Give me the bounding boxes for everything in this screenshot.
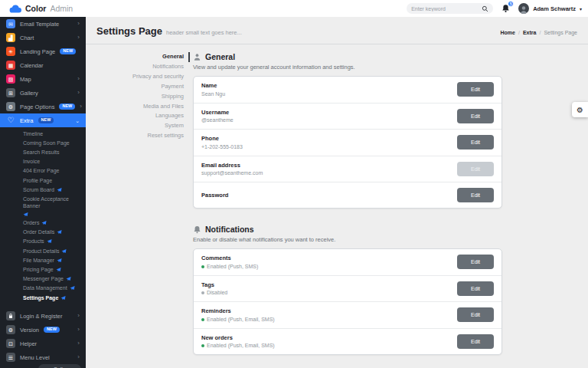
- row-label: Username: [201, 109, 234, 116]
- settings-nav-item[interactable]: General: [162, 52, 190, 62]
- sidebar-item-email-template[interactable]: ✉Email Template›: [0, 17, 86, 31]
- sidebar-subitem[interactable]: Profile Page: [0, 176, 86, 185]
- sidebar-subitem-label: Invoice: [23, 158, 40, 165]
- breadcrumb-item[interactable]: Home: [501, 30, 515, 35]
- settings-nav-item[interactable]: Languages: [155, 111, 190, 121]
- section-header: General: [193, 52, 502, 61]
- paper-plane-icon: [57, 229, 62, 235]
- row-value: Disabled: [201, 290, 227, 296]
- sidebar-item-gallery[interactable]: ⊞Gallery›: [0, 86, 86, 100]
- page-body: GeneralNotificationsPrivacy and security…: [86, 44, 588, 368]
- section-notifications: NotificationsEnable or disable what noti…: [193, 225, 502, 355]
- row-label: Tags: [201, 281, 227, 288]
- theme-settings-button[interactable]: ⚙: [572, 102, 588, 117]
- sidebar-subitem[interactable]: Data Management: [0, 284, 86, 293]
- row-value-text: support@seantheme.com: [201, 170, 263, 176]
- sidebar-subitem[interactable]: Pricing Page: [0, 264, 86, 274]
- settings-row: Phone+1-202-555-0183Edit: [194, 129, 501, 156]
- gear-icon: ⚙: [6, 325, 15, 334]
- settings-nav-item[interactable]: Notifications: [152, 62, 190, 72]
- sidebar-subitem[interactable]: Cookie Acceptance Banner: [0, 194, 86, 218]
- sidebar-item-version[interactable]: ⚙VersionNEW›: [0, 323, 86, 337]
- row-text: Username@seantheme: [201, 109, 234, 124]
- sidebar-subitem-label: Coming Soon Page: [23, 140, 70, 146]
- row-value: +1-202-555-0183: [201, 144, 243, 150]
- sidebar-item-label: Gallery: [20, 90, 38, 97]
- sidebar-item-page-options[interactable]: ⚙Page OptionsNEW›: [0, 100, 86, 113]
- sidebar-subitem[interactable]: Orders: [0, 219, 86, 228]
- edit-button[interactable]: Edit: [457, 334, 494, 349]
- sidebar-item-extra[interactable]: ♡ExtraNEW⌄: [0, 113, 86, 127]
- sidebar-item-login-register[interactable]: Login & Register›: [0, 309, 86, 323]
- edit-button[interactable]: Edit: [457, 188, 494, 202]
- row-text: CommentsEnabled (Push, SMS): [201, 255, 258, 270]
- sidebar-subitem-label: Messenger Page: [23, 275, 64, 282]
- status-dot: [201, 265, 204, 268]
- sidebar-item-landing-page[interactable]: ✳Landing PageNEW: [0, 44, 86, 58]
- row-label: Password: [201, 192, 228, 199]
- sidebar-subitem[interactable]: Coming Soon Page: [0, 138, 86, 147]
- settings-content: GeneralView and update your general acco…: [193, 52, 502, 368]
- section-title: General: [205, 52, 235, 61]
- settings-row: TagsDisabledEdit: [194, 275, 501, 302]
- sidebar-subitem[interactable]: 404 Error Page: [0, 166, 86, 176]
- sidebar-subitem-label: Data Management: [23, 284, 67, 291]
- sidebar-item-helper[interactable]: ⊡Helper›: [0, 337, 86, 350]
- breadcrumb-item[interactable]: Extra: [523, 30, 537, 35]
- settings-nav-item[interactable]: Privacy and security: [132, 72, 190, 82]
- sidebar: ✉Email Template›▟Chart›✳Landing PageNEW▦…: [0, 17, 86, 368]
- sidebar-subitem[interactable]: Scrum Board: [0, 185, 86, 194]
- sidebar-subitem-label: Products: [23, 238, 44, 245]
- user-menu[interactable]: Adam Schwartz ▾: [518, 3, 582, 14]
- settings-nav-item[interactable]: Shipping: [162, 92, 190, 102]
- map-icon: ▨: [6, 74, 15, 84]
- search-icon[interactable]: [482, 5, 488, 12]
- edit-button[interactable]: Edit: [457, 255, 494, 269]
- edit-button[interactable]: Edit: [457, 82, 494, 97]
- brand-logo[interactable]: Color Admin: [9, 4, 73, 13]
- settings-nav-item[interactable]: Media and Files: [143, 102, 190, 112]
- sidebar-subitem[interactable]: Product Details: [0, 246, 86, 255]
- sidebar-subitem[interactable]: Search Results: [0, 147, 86, 156]
- section-description: View and update your general account inf…: [193, 64, 502, 71]
- sidebar-item-label: Calendar: [20, 62, 43, 69]
- search-input[interactable]: [411, 6, 482, 12]
- sidebar-item-label: Email Template: [20, 21, 59, 28]
- row-label: Name: [201, 82, 225, 89]
- edit-button[interactable]: Edit: [457, 109, 494, 123]
- sidebar-item-menu-level[interactable]: ☰Menu Level›: [0, 350, 86, 364]
- sidebar-item-chart[interactable]: ▟Chart›: [0, 31, 86, 44]
- user-name: Adam Schwartz: [533, 5, 576, 12]
- sidebar-subitem[interactable]: Products: [0, 237, 86, 246]
- notifications-bell[interactable]: 5: [501, 4, 510, 13]
- sidebar-subitem[interactable]: Invoice: [0, 157, 86, 166]
- edit-button[interactable]: Edit: [457, 281, 494, 296]
- settings-row: New ordersEnabled (Push, Email, SMS)Edit: [194, 328, 501, 355]
- user-icon: [193, 53, 201, 61]
- sidebar-subitem[interactable]: Messenger Page: [0, 274, 86, 284]
- cloud-logo-icon: [9, 5, 21, 13]
- settings-row: Username@seanthemeEdit: [194, 103, 501, 130]
- row-value-text: Sean Ngu: [201, 91, 225, 97]
- sidebar-subitem[interactable]: Timeline: [0, 129, 86, 138]
- settings-nav-item[interactable]: Payment: [161, 82, 190, 92]
- sidebar-item-calendar[interactable]: ▦Calendar: [0, 58, 86, 72]
- row-text: Phone+1-202-555-0183: [201, 135, 243, 150]
- sidebar-item-label: Menu Level: [20, 354, 50, 361]
- sidebar-item-map[interactable]: ▨Map›: [0, 72, 86, 86]
- edit-button[interactable]: Edit: [457, 307, 494, 322]
- settings-nav-item[interactable]: System: [165, 121, 190, 131]
- edit-button[interactable]: Edit: [457, 135, 494, 150]
- collapse-button[interactable]: ← Collapse: [38, 364, 81, 368]
- page-options-icon: ⚙: [6, 102, 15, 111]
- chevron-right-icon: ›: [77, 340, 80, 347]
- sidebar-subitem-label: Settings Page: [23, 294, 58, 301]
- sidebar-subitem[interactable]: File Manager: [0, 255, 86, 264]
- settings-nav-item[interactable]: Reset settings: [147, 131, 190, 141]
- sidebar-subitem[interactable]: Settings Page: [0, 293, 86, 302]
- sidebar-subitem-label: Search Results: [23, 149, 59, 156]
- sidebar-subitem-label: Order Details: [23, 228, 54, 235]
- sidebar-item-label: Extra: [20, 117, 34, 124]
- sidebar-subitem[interactable]: Order Details: [0, 228, 86, 237]
- settings-card: NameSean NguEditUsername@seanthemeEditPh…: [193, 76, 502, 209]
